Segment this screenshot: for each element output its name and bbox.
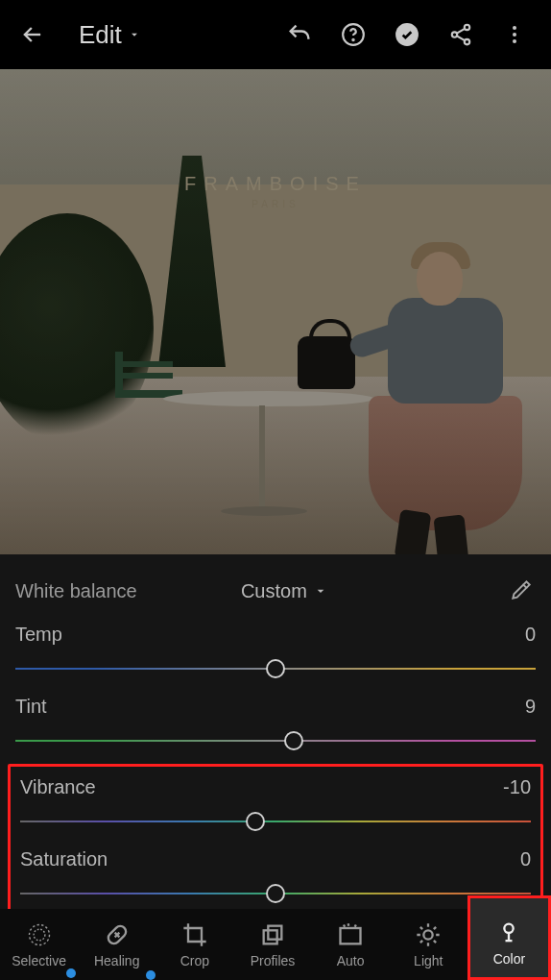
tool-label: Profiles [251,953,296,968]
svg-rect-14 [341,928,361,943]
temp-value: 0 [525,624,536,646]
white-balance-dropdown[interactable]: Custom [241,580,328,602]
saturation-slider[interactable]: Saturation 0 [11,845,540,917]
tool-color[interactable]: Color [467,895,551,980]
tool-healing[interactable]: Healing [78,909,156,980]
profiles-icon [258,920,287,949]
vibrance-label: Vibrance [20,776,96,798]
tool-label: Light [414,953,443,968]
vibrance-value: -10 [503,776,531,798]
svg-point-15 [424,930,433,939]
tool-selective[interactable]: Selective [0,909,78,980]
saturation-value: 0 [520,848,531,870]
overflow-menu-button[interactable] [491,12,538,58]
svg-point-9 [29,925,49,945]
svg-point-5 [465,39,469,44]
color-icon [494,919,523,947]
svg-point-3 [465,25,469,30]
top-bar: Edit [0,0,551,69]
tool-label: Color [493,951,525,967]
temp-label: Temp [15,624,62,646]
tool-label: Auto [337,953,365,968]
white-balance-mode: Custom [241,580,307,602]
help-button[interactable] [330,12,376,58]
mode-dropdown[interactable]: Edit [79,20,141,50]
light-icon [414,920,443,949]
svg-point-1 [352,39,353,40]
tint-value: 9 [525,696,536,718]
temp-knob[interactable] [266,659,285,678]
undo-button[interactable] [276,12,323,58]
tool-label: Selective [12,953,66,968]
share-button[interactable] [438,12,484,58]
tint-label: Tint [15,696,47,718]
tool-light[interactable]: Light [390,909,467,980]
vibrance-slider[interactable]: Vibrance -10 [11,772,540,845]
vibrance-knob[interactable] [246,812,265,831]
controls-panel: White balance Custom Temp 0 Tint 9 [0,554,551,921]
photo-preview[interactable]: FRAMBOISE PARIS [0,69,551,554]
chevron-down-icon [128,28,141,41]
tool-label: Crop [180,953,209,968]
tint-knob[interactable] [284,731,303,750]
chevron-down-icon [313,583,328,599]
approve-button[interactable] [384,12,430,58]
saturation-label: Saturation [20,848,108,870]
mode-label: Edit [79,20,122,50]
white-balance-label: White balance [15,580,137,602]
auto-icon [336,920,365,949]
eyedropper-button[interactable] [509,577,536,604]
svg-point-10 [34,929,45,941]
tool-profiles[interactable]: Profiles [233,909,311,980]
svg-point-4 [452,32,457,37]
crop-icon [180,920,209,949]
svg-point-8 [513,39,516,43]
tool-auto[interactable]: Auto [312,909,390,980]
temp-slider[interactable]: Temp 0 [6,620,545,692]
tool-crop[interactable]: Crop [156,909,233,980]
tool-label: Healing [94,953,139,968]
white-balance-row: White balance Custom [6,572,545,620]
svg-point-6 [513,26,516,30]
tool-bar: Selective Healing Crop Profiles Auto Lig… [0,909,551,980]
back-button[interactable] [13,15,52,54]
healing-icon [103,920,132,949]
highlight-annotation: Vibrance -10 Saturation 0 [8,764,543,921]
selective-icon [25,920,54,949]
saturation-knob[interactable] [266,884,285,903]
svg-rect-12 [264,930,277,943]
svg-point-16 [505,924,514,933]
tint-slider[interactable]: Tint 9 [6,692,545,764]
svg-rect-13 [268,926,281,940]
svg-point-7 [513,33,516,37]
